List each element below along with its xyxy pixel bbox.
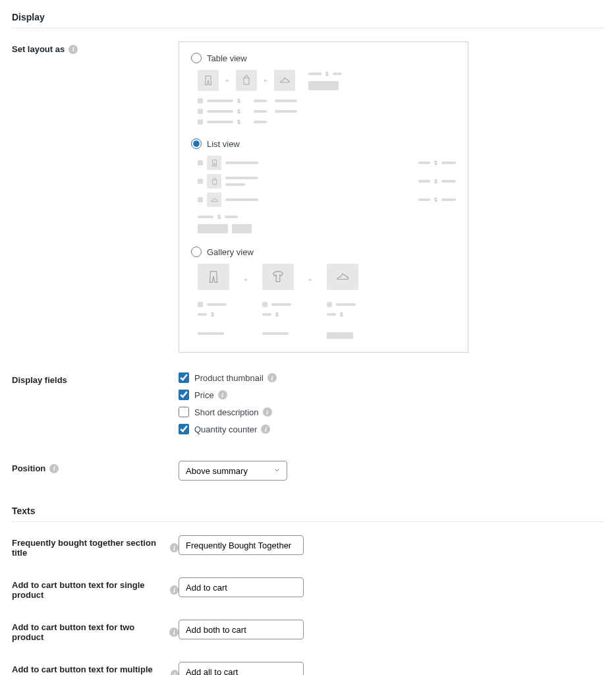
radio-label-list[interactable]: List view <box>207 139 240 149</box>
checkbox-thumbnail[interactable] <box>179 372 189 383</box>
row-add-single: Add to cart button text for single produ… <box>12 577 604 600</box>
shirt-icon <box>262 264 294 290</box>
radio-list-view[interactable] <box>191 138 202 149</box>
info-icon[interactable] <box>267 373 277 382</box>
row-add-two: Add to cart button text for two product <box>12 620 604 642</box>
checkbox-label-price[interactable]: Price <box>194 390 227 400</box>
label-add-multiple: Add to cart button text for multiple pro… <box>12 662 179 675</box>
pants-icon <box>198 70 219 91</box>
shoe-icon <box>207 192 221 207</box>
preview-table: + + $ $ $ $ <box>198 70 456 125</box>
label-position: Position <box>12 461 179 473</box>
info-icon[interactable] <box>171 670 179 675</box>
shoe-icon <box>327 264 358 290</box>
info-icon[interactable] <box>263 407 272 417</box>
preview-list: $ $ $ $ <box>198 156 456 233</box>
radio-table-view[interactable] <box>191 53 202 63</box>
label-add-two: Add to cart button text for two product <box>12 620 179 642</box>
input-add-two[interactable] <box>179 620 304 639</box>
bag-icon <box>236 70 257 91</box>
row-layout: Set layout as Table view + + $ <box>12 42 604 353</box>
shoe-icon <box>274 70 295 91</box>
info-icon[interactable] <box>218 390 227 399</box>
info-icon[interactable] <box>69 45 78 54</box>
select-position[interactable]: Above summary <box>179 461 287 481</box>
info-icon[interactable] <box>49 464 59 473</box>
pants-icon <box>198 264 229 290</box>
info-icon[interactable] <box>169 628 179 637</box>
input-add-multiple[interactable] <box>179 662 304 675</box>
layout-panel: Table view + + $ $ $ $ <box>179 42 468 353</box>
checkbox-quantity-counter[interactable] <box>179 424 189 434</box>
bag-icon <box>207 174 221 189</box>
checkbox-label-thumbnail[interactable]: Product thumbnail <box>194 373 277 383</box>
input-fbt-title[interactable] <box>179 535 304 555</box>
radio-label-gallery[interactable]: Gallery view <box>207 247 254 257</box>
info-icon[interactable] <box>170 543 179 552</box>
checkbox-price[interactable] <box>179 390 189 400</box>
preview-gallery: + + $ + <box>198 264 456 339</box>
input-add-single[interactable] <box>179 577 304 597</box>
section-title-texts: Texts <box>12 500 604 522</box>
row-position: Position Above summary <box>12 461 604 481</box>
label-fbt-title: Frequently bought together section title <box>12 535 179 558</box>
checkbox-short-description[interactable] <box>179 407 189 417</box>
row-fbt-title: Frequently bought together section title <box>12 535 604 558</box>
row-display-fields: Display fields Product thumbnail Price S… <box>12 372 604 441</box>
radio-label-table[interactable]: Table view <box>207 53 247 63</box>
label-display-fields: Display fields <box>12 372 179 385</box>
pants-icon <box>207 156 221 170</box>
info-icon[interactable] <box>170 585 179 595</box>
row-add-multiple: Add to cart button text for multiple pro… <box>12 662 604 675</box>
checkbox-label-short-description[interactable]: Short description <box>194 407 272 417</box>
radio-gallery-view[interactable] <box>191 247 202 257</box>
checkbox-label-quantity-counter[interactable]: Quantity counter <box>194 425 270 434</box>
section-title-display: Display <box>12 7 604 28</box>
label-add-single: Add to cart button text for single produ… <box>12 577 179 600</box>
info-icon[interactable] <box>261 425 270 434</box>
label-layout: Set layout as <box>12 42 179 54</box>
